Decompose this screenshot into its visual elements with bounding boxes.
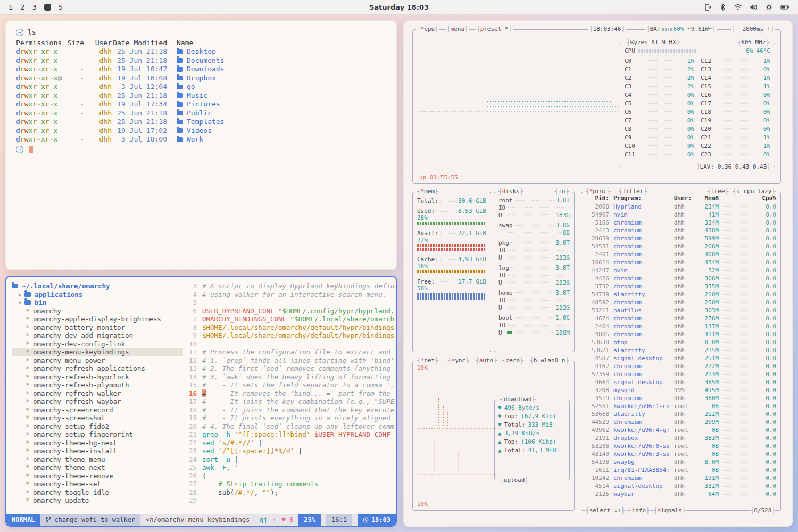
tree-tab[interactable]: tree — [706, 188, 729, 195]
net-box-title[interactable]: *net — [416, 357, 439, 364]
logout-icon[interactable] — [704, 3, 712, 11]
tree-file[interactable]: *omarchy-screenshot — [12, 414, 183, 422]
tree-file[interactable]: *omarchy-refresh-applications — [12, 364, 183, 373]
tree-file[interactable]: *omarchy-dev-add-migration — [12, 331, 183, 340]
proc-box-title[interactable]: *proc — [585, 188, 611, 195]
tree-file[interactable]: *omarchy-theme-menu — [12, 455, 183, 464]
system-monitor-window[interactable]: *cpu menu preset * 18:03:46 BAT60% ~9.61… — [403, 20, 793, 527]
code-line[interactable]: 22sed 's/#.*//' | — [183, 439, 396, 447]
process-row[interactable]: 3732chromiumdhh355M0.0 — [586, 282, 776, 290]
workspace-button[interactable]: 2 — [20, 3, 24, 11]
process-row[interactable]: 16614chromiumdhh454M0.0 — [586, 259, 776, 267]
process-row[interactable]: 4805chromiumdhh411M0.0 — [586, 330, 776, 338]
tree-file[interactable]: *omarchy-update — [12, 496, 183, 505]
code-line[interactable]: 28 sub(/#.*/, ""); — [183, 488, 396, 497]
process-row[interactable]: 2461chromiumdhh408M0.0 — [586, 251, 776, 259]
process-row[interactable]: 4664signal-desktopdhh385M0.0 — [586, 378, 776, 386]
process-row[interactable]: 5166chromiumdhh334M0.0 — [586, 219, 776, 227]
process-row[interactable]: 3519chromiumdhh380M0.0 — [586, 394, 776, 402]
process-row[interactable]: 2191dropboxdhh383M0.0 — [586, 434, 776, 442]
process-row[interactable]: 54907nvimdhh41M0.0 — [586, 211, 776, 219]
tree-file[interactable]: *omarchy-menu-keybindings — [12, 348, 183, 356]
volume-icon[interactable] — [750, 4, 758, 11]
code-line[interactable]: 20# 4. The final `sed` cleans up any lef… — [183, 422, 396, 431]
code-line[interactable]: 6USER_HYPRLAND_CONF="$HOME/.config/hypr/… — [183, 307, 396, 315]
process-row[interactable]: 28659chromiumdhh599M0.0 — [586, 235, 776, 243]
workspace-active-indicator[interactable] — [44, 4, 51, 11]
code-line[interactable]: 8$HOME/.local/share/omarchy/default/hypr… — [183, 323, 396, 332]
terminal-window[interactable]: → ls Permissions Size User Date Modified… — [5, 20, 397, 270]
process-row[interactable]: 48592chromiumdhh250M0.0 — [586, 298, 776, 306]
tree-file[interactable]: *omarchy-menu-power — [12, 356, 183, 365]
battery-icon[interactable] — [780, 4, 789, 11]
code-line[interactable]: 13# 2. The first `sed` removes comments … — [183, 364, 396, 373]
signals-button[interactable]: signals — [653, 507, 687, 514]
tree-file[interactable]: *omarchy-dev-config-link — [12, 340, 183, 348]
preset-tab[interactable]: preset * — [476, 26, 513, 33]
code-line[interactable]: 23sed '/^[[:space:]]*$/d' | — [183, 447, 396, 455]
menu-tab[interactable]: menu — [446, 26, 469, 33]
process-row[interactable]: 53638btopdhh8.0M0.0 — [586, 338, 776, 346]
code-line[interactable]: 11# Process the configuration file to ex… — [183, 348, 396, 356]
mem-box-title[interactable]: *mem — [416, 188, 439, 195]
workspace-button[interactable]: 3 — [32, 3, 37, 11]
tree-file[interactable]: *omarchy-screenrecord — [12, 406, 183, 414]
tree-file[interactable]: *omarchy-toggle-idle — [12, 488, 183, 497]
process-row[interactable]: 2464chromiumdhh137M0.0 — [586, 322, 776, 330]
process-row[interactable]: 10242chromiumdhh191M0.0 — [586, 474, 776, 482]
code-line[interactable]: 7OMARCHY_BINDINGS_CONF="$HOME/.local/sha… — [183, 315, 396, 323]
code-line[interactable]: 29 — [183, 496, 396, 505]
net-interface[interactable]: b wlan0 n — [529, 357, 570, 364]
cpu-box-title[interactable]: *cpu — [416, 26, 439, 33]
process-row[interactable]: 53211nautilusdhh303M0.0 — [586, 306, 776, 314]
process-row[interactable]: 49962kworker/u96:4-gfroot0B0.0 — [586, 426, 776, 434]
process-row[interactable]: 52551kworker/u96:1-coroot0B0.0 — [586, 402, 776, 410]
code-line[interactable]: 9$HOME/.local/share/omarchy/default/hypr… — [183, 331, 396, 340]
tree-file[interactable]: *omarchy-theme-bg-next — [12, 439, 183, 447]
tree-file[interactable]: *omarchy-theme-set — [12, 480, 183, 488]
process-row[interactable]: 54198swaybgdhh8.0M0.0 — [586, 458, 776, 466]
tree-file[interactable]: *omarchy-refresh-walker — [12, 389, 183, 398]
tree-folder-bin[interactable]: ▾bin — [12, 298, 183, 307]
tree-file[interactable]: *omarchy — [12, 307, 183, 315]
tree-file[interactable]: *omarchy-theme-next — [12, 463, 183, 472]
code-line[interactable]: 21grep -h '^[[:space:]]*bind' $USER_HYPR… — [183, 430, 396, 439]
io-tab[interactable]: io — [554, 188, 570, 195]
workspace-button[interactable]: 5 — [59, 3, 63, 11]
disks-box-title[interactable]: disks — [497, 188, 524, 195]
tree-file[interactable]: *omarchy-refresh-waybar — [12, 397, 183, 406]
code-editor[interactable]: 3# A script to display Hyprland keybindi… — [183, 277, 396, 514]
code-line[interactable]: 19# - It prints everything in a nicely a… — [183, 414, 396, 422]
tree-file[interactable]: *omarchy-theme-remove — [12, 472, 183, 480]
sync-tab[interactable]: sync — [447, 357, 470, 364]
tree-file[interactable]: *omarchy-refresh-hyprlock — [12, 373, 183, 381]
tree-file[interactable]: *omarchy-battery-monitor — [12, 323, 183, 332]
code-line[interactable]: 25awk -F, ' — [183, 463, 396, 472]
process-row[interactable]: 2008Hyprlanddhh234M0.0 — [586, 203, 776, 211]
cpu-lazy-tab[interactable]: ‹ cpu lazy — [732, 188, 776, 195]
process-row[interactable]: 4587signal-desktopdhh251M0.0 — [586, 354, 776, 362]
tree-root[interactable]: ~/.local/share/omarchy — [12, 282, 183, 290]
wifi-icon[interactable] — [734, 4, 742, 11]
process-row[interactable]: 4162chromiumdhh272M0.0 — [586, 362, 776, 370]
process-row[interactable]: 53208kworker/u96:0-sdroot0B0.0 — [586, 442, 776, 450]
process-row[interactable]: 54531chromiumdhh206M0.0 — [586, 243, 776, 251]
process-row[interactable]: 2413chromiumdhh438M0.0 — [586, 227, 776, 235]
process-row[interactable]: 53621alacrittydhh215M0.0 — [586, 346, 776, 354]
code-line[interactable]: 27 # Strip trailing comments — [183, 480, 396, 488]
code-line[interactable]: 24sort -u | — [183, 455, 396, 464]
process-row[interactable]: 54739alacrittydhh210M0.0 — [586, 290, 776, 298]
process-row[interactable]: 4514signal-desktopdhh332M0.0 — [586, 482, 776, 490]
code-line[interactable]: 4# using walker for an interactive searc… — [183, 290, 396, 299]
code-line[interactable]: 15# - It sets the field separator to a c… — [183, 381, 396, 389]
process-row[interactable]: 4426chromiumdhh306M0.0 — [586, 275, 776, 282]
code-line[interactable]: 5 — [183, 298, 396, 307]
process-row[interactable]: 52359chromiumdhh213M0.0 — [586, 370, 776, 378]
filter-tab[interactable]: filter — [618, 188, 648, 195]
select-hint[interactable]: select ↓↑ — [585, 507, 626, 514]
tree-file[interactable]: *omarchy-apple-display-brightness — [12, 315, 183, 323]
process-row[interactable]: 44247nvimdhh52M0.0 — [586, 267, 776, 275]
process-row[interactable]: 44529chromiumdhh209M0.0 — [586, 418, 776, 426]
code-line[interactable]: 12# 1. `grep` finds all lines starting w… — [183, 356, 396, 365]
settings-icon[interactable] — [765, 3, 773, 11]
